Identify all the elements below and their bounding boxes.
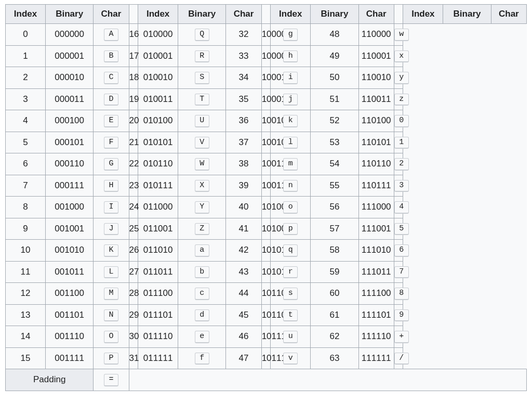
cell-binary: 011000 — [138, 197, 178, 218]
group-spacer — [261, 5, 271, 24]
cell-index: 5 — [6, 132, 46, 153]
cell-binary: 000100 — [45, 110, 93, 132]
char-kbd: T — [195, 94, 209, 106]
cell-binary: 010101 — [138, 132, 178, 153]
cell-index: 31 — [129, 347, 138, 369]
cell-char: 8 — [394, 283, 403, 305]
cell-index: 4 — [6, 110, 46, 132]
char-kbd: 8 — [394, 288, 409, 300]
cell-index: 18 — [129, 67, 138, 89]
cell-index: 1 — [6, 45, 46, 67]
padding-blank — [129, 369, 526, 391]
char-kbd: i — [283, 72, 298, 84]
cell-index: 15 — [6, 347, 46, 369]
cell-binary: 100110 — [261, 153, 271, 175]
group-spacer — [129, 5, 138, 24]
char-kbd: v — [283, 353, 298, 365]
cell-binary: 000000 — [45, 24, 93, 46]
cell-index: 19 — [129, 88, 138, 110]
cell-char: C — [94, 67, 129, 89]
cell-char: x — [394, 45, 403, 67]
cell-index: 63 — [311, 347, 358, 369]
cell-binary: 001011 — [45, 261, 93, 283]
table-row: 1000001B17010001R33100001h49110001x — [6, 45, 527, 67]
cell-index: 24 — [129, 197, 138, 218]
cell-index: 50 — [311, 67, 358, 89]
char-kbd: Y — [195, 201, 209, 214]
cell-char: D — [94, 88, 129, 110]
char-kbd: 6 — [394, 244, 409, 257]
char-kbd: Q — [195, 29, 209, 41]
cell-binary: 100100 — [261, 110, 271, 132]
col-char-1: Char — [226, 5, 261, 24]
cell-char: b — [178, 261, 226, 283]
char-kbd: r — [283, 266, 298, 279]
cell-char: 2 — [394, 153, 403, 175]
char-kbd: d — [195, 309, 209, 322]
char-kbd: n — [283, 180, 298, 192]
cell-index: 13 — [6, 304, 46, 326]
char-kbd: k — [283, 115, 298, 127]
cell-index: 28 — [129, 283, 138, 305]
cell-index: 0 — [6, 24, 46, 46]
cell-binary: 000110 — [45, 153, 93, 175]
char-kbd: 7 — [394, 266, 409, 279]
cell-index: 61 — [311, 304, 358, 326]
cell-index: 6 — [6, 153, 46, 175]
cell-binary: 000111 — [45, 175, 93, 197]
char-kbd: 5 — [394, 223, 409, 236]
char-kbd: o — [283, 201, 298, 214]
cell-char: 3 — [394, 175, 403, 197]
cell-binary: 001111 — [45, 347, 93, 369]
cell-char: X — [178, 175, 226, 197]
cell-binary: 011100 — [138, 283, 178, 305]
char-kbd: U — [195, 115, 209, 127]
cell-binary: 101101 — [261, 304, 271, 326]
cell-index: 51 — [311, 88, 358, 110]
cell-index: 59 — [311, 261, 358, 283]
cell-binary: 010001 — [138, 45, 178, 67]
cell-binary: 100001 — [261, 45, 271, 67]
cell-binary: 110011 — [358, 88, 394, 110]
char-kbd: R — [195, 50, 209, 63]
char-kbd: j — [283, 94, 298, 106]
char-kbd: q — [283, 244, 298, 257]
cell-char: 9 — [394, 304, 403, 326]
cell-index: 62 — [311, 326, 358, 348]
cell-binary: 000101 — [45, 132, 93, 153]
cell-char: + — [394, 326, 403, 348]
table-row: 5000101F21010101V37100101l531101011 — [6, 132, 527, 153]
char-kbd: C — [104, 72, 118, 84]
padding-label: Padding — [6, 369, 94, 391]
table-row: 6000110G22010110W38100110m541101102 — [6, 153, 527, 175]
cell-index: 23 — [129, 175, 138, 197]
cell-index: 48 — [311, 24, 358, 46]
cell-char: 5 — [394, 218, 403, 240]
cell-char: d — [178, 304, 226, 326]
char-kbd: G — [104, 158, 118, 171]
char-kbd: W — [195, 158, 209, 171]
char-kbd: p — [283, 223, 298, 236]
char-kbd: F — [104, 137, 118, 149]
cell-char: Z — [178, 218, 226, 240]
cell-index: 20 — [129, 110, 138, 132]
cell-binary: 111110 — [358, 326, 394, 348]
base64-alphabet-table: Index Binary Char Index Binary Char Inde… — [5, 4, 527, 391]
cell-char: G — [94, 153, 129, 175]
cell-binary: 111000 — [358, 197, 394, 218]
char-kbd: x — [394, 50, 409, 63]
char-kbd: c — [195, 288, 209, 300]
cell-index: 58 — [311, 240, 358, 262]
col-index-3: Index — [403, 5, 443, 24]
cell-index: 32 — [226, 24, 261, 46]
table-row: 11001011L27011011b43101011r591110117 — [6, 261, 527, 283]
padding-char-cell: = — [94, 369, 129, 391]
char-kbd: B — [104, 50, 118, 63]
char-kbd: b — [195, 266, 209, 279]
cell-index: 46 — [226, 326, 261, 348]
cell-index: 45 — [226, 304, 261, 326]
cell-binary: 100011 — [261, 88, 271, 110]
table-row: 9001001J25011001Z41101001p571110015 — [6, 218, 527, 240]
char-kbd: 3 — [394, 180, 409, 192]
cell-char: L — [94, 261, 129, 283]
